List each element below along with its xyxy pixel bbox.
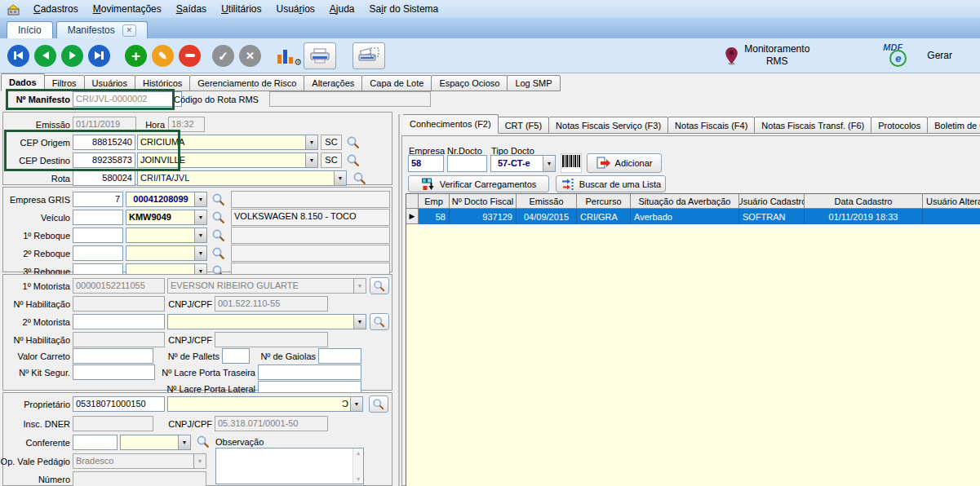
proprietario-codigo-field[interactable]: 05318071000150 [73,396,165,412]
barcode-button[interactable] [561,153,582,175]
panel-splitter[interactable] [398,114,400,486]
motorista1-codigo-field[interactable]: 00000152211055 [73,278,165,294]
search-icon[interactable] [196,435,211,449]
proprietario-combo[interactable]: Ɔ▼ [167,396,363,412]
empresa-gris-combo[interactable]: 00041208099▼ [126,192,207,207]
conferente-codigo-field[interactable] [73,435,118,450]
delete-button[interactable] [179,45,201,67]
scroll-up-icon[interactable]: ▲ [356,450,361,456]
tab-notas-fiscais-servico[interactable]: Notas Fiscais Serviço (F3) [548,117,668,134]
emissao-field[interactable]: 01/11/2019 [73,117,136,132]
codigo-rota-field[interactable] [269,91,431,107]
tab-log-smp[interactable]: Log SMP [507,75,560,91]
close-tab-icon[interactable]: ✕ [122,24,136,37]
gaiolas-field[interactable] [318,348,361,364]
reboque1-combo[interactable]: ▼ [126,228,207,243]
edit-button[interactable]: ✎ [152,45,174,67]
motorista2-search-button[interactable] [370,313,389,330]
chevron-down-icon[interactable]: ▼ [353,315,366,329]
menu-sair-do-sistema[interactable]: Sair do Sistema [362,2,446,16]
menu-usuarios[interactable]: Usuários [268,2,321,16]
veiculo-combo[interactable]: KMW9049▼ [126,210,207,225]
tab-historicos[interactable]: Históricos [135,75,190,91]
tab-usuarios[interactable]: Usuários [84,75,135,91]
valor-carreto-field[interactable] [73,348,153,364]
monitoramento-rms-button[interactable]: Monitoramento RMS [725,43,809,68]
kit-segur-field[interactable] [73,364,155,380]
search-icon[interactable] [346,135,361,150]
confirm-button[interactable]: ✓ [212,45,234,67]
column-header-emissao[interactable]: Emissão [517,194,577,209]
vale-pedagio-combo[interactable]: Bradesco▼ [73,453,206,469]
column-header-usuario-cadastro[interactable]: Usuário Cadastro [739,194,805,209]
column-header-docto-fiscal[interactable]: Nº Docto Fiscal [450,194,517,209]
tab-gerenciamento-de-risco[interactable]: Gerenciamento de Risco [189,75,304,91]
add-button[interactable]: + [125,45,147,67]
search-icon[interactable] [353,171,367,186]
search-icon[interactable] [211,210,226,225]
chevron-down-icon[interactable]: ▼ [334,171,346,185]
reboque2-codigo-field[interactable] [73,245,123,261]
cancel-button[interactable]: ✕ [239,45,261,67]
menu-utilitarios[interactable]: Utilitários [214,2,268,16]
print-button[interactable] [304,42,336,69]
print-preview-button[interactable] [353,42,385,69]
chevron-down-icon[interactable]: ▼ [194,192,206,206]
search-icon[interactable] [211,192,226,207]
search-icon[interactable] [211,228,226,243]
rota-combo[interactable]: CRI/ITA/JVL▼ [137,170,347,186]
tipo-docto-combo[interactable]: 57-CT-e▼ [490,155,556,172]
menu-movimentacoes[interactable]: Movimentações [86,2,169,16]
cep-destino-field[interactable]: 89235873 [73,152,135,168]
proprietario-search-button[interactable] [369,395,388,413]
tab-manifestos[interactable]: Manifestos ✕ [56,21,148,38]
empresa-gris-field[interactable]: 7 [73,192,123,207]
motorista2-cpf-field[interactable] [215,332,328,347]
reboque2-combo[interactable]: ▼ [126,245,207,261]
motorista2-combo[interactable]: ▼ [167,314,366,329]
tab-crt[interactable]: CRT (F5) [498,117,549,134]
scrollbar[interactable]: ▲▼ [353,448,363,484]
adicionar-button[interactable]: Adicionar [587,153,662,173]
pallets-field[interactable] [222,348,250,364]
tab-alteracoes[interactable]: Alterações [304,75,362,91]
tab-notas-fiscais-transf[interactable]: Notas Fiscais Transf. (F6) [754,117,871,134]
manifesto-field[interactable]: CRI/JVL-0000002 [73,91,182,107]
search-icon[interactable] [211,246,226,261]
tab-capa-de-lote[interactable]: Capa de Lote [361,75,432,91]
tab-espaco-ocioso[interactable]: Espaço Ocioso [431,75,508,91]
cep-destino-cidade-combo[interactable]: JOINVILLE▼ [137,152,318,168]
chevron-down-icon[interactable]: ▼ [178,435,190,449]
insc-dner-field[interactable] [73,416,153,431]
tab-boletim-de-ocorrencia[interactable]: Boletim de Ocorrênc [927,117,980,134]
chevron-down-icon[interactable]: ▼ [305,135,317,149]
cep-origem-cidade-combo[interactable]: CRICIUMA▼ [137,135,318,150]
rota-field[interactable]: 580024 [73,170,135,186]
tab-notas-fiscais[interactable]: Notas Fiscais (F4) [667,117,755,134]
tab-dados[interactable]: Dados [1,73,45,91]
column-header-data-cadastro[interactable]: Data Cadastro [805,194,923,209]
column-header-usuario-alteracao[interactable]: Usuário Alteração [923,194,980,209]
habilitacao2-field[interactable] [73,332,165,347]
habilitacao1-field[interactable] [73,296,165,311]
previous-record-button[interactable] [34,45,56,67]
motorista1-search-button[interactable] [370,277,389,294]
motorista1-cpf-field[interactable]: 001.522.110-55 [215,296,328,311]
reboque1-codigo-field[interactable] [73,228,123,243]
motorista1-combo[interactable]: EVERSON RIBEIRO GULARTE▼ [167,278,366,294]
menu-ajuda[interactable]: Ajuda [322,2,362,16]
next-record-button[interactable] [61,45,83,67]
first-record-button[interactable] [7,45,29,67]
menu-saidas[interactable]: Saídas [169,2,214,16]
column-header-situacao[interactable]: Situação da Averbação [631,194,739,209]
verificar-carregamentos-button[interactable]: Verificar Carregamentos [408,175,549,192]
chevron-down-icon[interactable]: ▼ [305,153,317,167]
search-icon[interactable] [346,153,361,168]
gerar-button[interactable]: Gerar [927,50,952,61]
lacre-traseira-field[interactable] [258,364,361,380]
cep-origem-field[interactable]: 88815240 [73,135,135,150]
tab-inicio[interactable]: Início [7,21,53,38]
column-header-percurso[interactable]: Percurso [577,194,631,209]
tab-filtros[interactable]: Filtros [44,75,85,91]
nr-docto-field[interactable] [447,155,487,172]
